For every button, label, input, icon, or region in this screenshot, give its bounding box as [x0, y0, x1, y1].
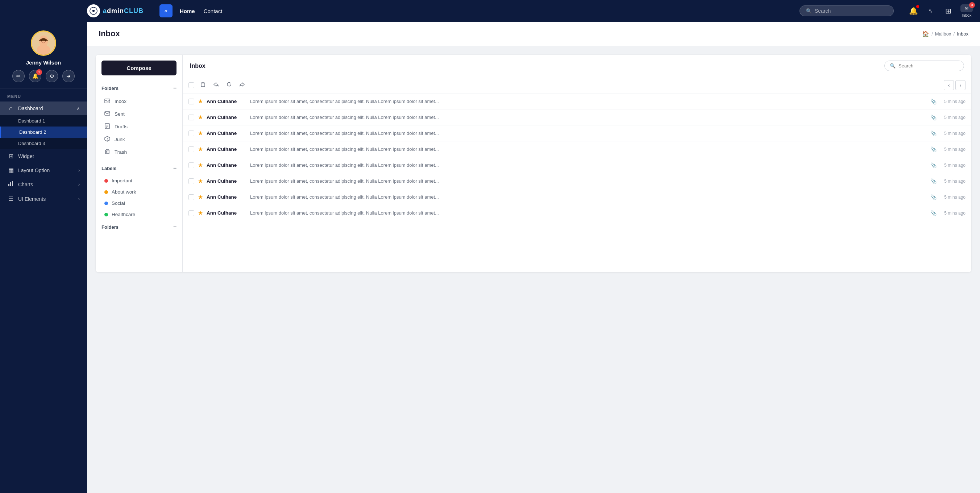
sidebar-item-dashboard2[interactable]: Dashboard 2: [0, 127, 87, 138]
star-icon[interactable]: ★: [198, 130, 203, 137]
layout-icon: ▦: [7, 167, 14, 173]
folder-junk[interactable]: Junk: [96, 133, 182, 146]
mail-preview: Lorem ipsum dolor sit amet, consectetur …: [250, 210, 927, 216]
mail-checkbox[interactable]: [188, 115, 194, 120]
label-social[interactable]: Social: [96, 197, 182, 209]
mail-item[interactable]: ★ Ann Culhane Lorem ipsum dolor sit amet…: [183, 189, 971, 205]
global-search-input[interactable]: [815, 8, 888, 14]
sidebar-item-widget[interactable]: ⊞ Widget: [0, 149, 87, 163]
select-all-checkbox[interactable]: [188, 82, 194, 88]
mail-search-input[interactable]: [899, 63, 959, 68]
folders2-collapse-button[interactable]: −: [173, 224, 177, 230]
sidebar-item-dashboard3[interactable]: Dashboard 3: [0, 138, 87, 149]
sent-icon: [104, 111, 111, 118]
folder-drafts[interactable]: Drafts: [96, 120, 182, 133]
sidebar-item-layout[interactable]: ▦ Layout Option ›: [0, 163, 87, 177]
prev-page-button[interactable]: ‹: [944, 80, 954, 90]
mail-checkbox[interactable]: [188, 178, 194, 184]
profile-settings-button[interactable]: ⚙: [46, 70, 58, 82]
mail-checkbox[interactable]: [188, 130, 194, 136]
page-content: Compose Folders −: [87, 46, 980, 493]
mail-item[interactable]: ★ Ann Culhane Lorem ipsum dolor sit amet…: [183, 126, 971, 142]
nav-contact-link[interactable]: Contact: [204, 8, 223, 14]
mail-item[interactable]: ★ Ann Culhane Lorem ipsum dolor sit amet…: [183, 173, 971, 189]
attachment-icon: 📎: [930, 146, 937, 152]
folders-collapse-button[interactable]: −: [173, 85, 177, 91]
inbox-badge[interactable]: ✉ 3: [961, 4, 973, 12]
grid-button[interactable]: ⊞: [942, 4, 955, 17]
mail-item[interactable]: ★ Ann Culhane Lorem ipsum dolor sit amet…: [183, 94, 971, 110]
mail-pagination: ‹ ›: [944, 80, 966, 90]
mail-preview: Lorem ipsum dolor sit amet, consectetur …: [250, 178, 927, 184]
delete-toolbar-button[interactable]: [199, 80, 207, 90]
mail-checkbox[interactable]: [188, 99, 194, 104]
main-content: Inbox 🏠 / Mailbox / Inbox Compose Folder…: [87, 22, 980, 493]
star-icon[interactable]: ★: [198, 178, 203, 184]
brand-logo: adminCLUB: [87, 4, 152, 17]
label-about-work[interactable]: About work: [96, 186, 182, 197]
svg-point-2: [39, 35, 48, 46]
compose-button[interactable]: Compose: [102, 60, 177, 75]
label-important[interactable]: Important: [96, 175, 182, 186]
label-healthcare[interactable]: Healthcare: [96, 209, 182, 220]
mail-checkbox[interactable]: [188, 162, 194, 168]
reply-toolbar-button[interactable]: [212, 80, 220, 90]
notification-button[interactable]: 🔔: [907, 4, 920, 17]
mail-item[interactable]: ★ Ann Culhane Lorem ipsum dolor sit amet…: [183, 205, 971, 221]
mail-checkbox[interactable]: [188, 194, 194, 200]
attachment-icon: 📎: [930, 178, 937, 184]
next-page-button[interactable]: ›: [955, 80, 966, 90]
labels-header: Labels −: [96, 161, 182, 175]
star-icon[interactable]: ★: [198, 194, 203, 200]
about-work-dot: [104, 190, 108, 194]
star-icon[interactable]: ★: [198, 114, 203, 121]
forward-toolbar-button[interactable]: [238, 80, 247, 90]
nav-home-link[interactable]: Home: [180, 8, 195, 14]
sidebar-item-ui-elements[interactable]: ☰ UI Elements ›: [0, 192, 87, 206]
star-icon[interactable]: ★: [198, 162, 203, 169]
collapse-button[interactable]: ⤡: [924, 4, 937, 17]
sidebar-item-dashboard1[interactable]: Dashboard 1: [0, 115, 87, 127]
menu-label: MENU: [0, 89, 87, 102]
toggle-sidebar-button[interactable]: «: [159, 4, 172, 17]
breadcrumb-mailbox[interactable]: Mailbox: [935, 31, 951, 37]
star-icon[interactable]: ★: [198, 98, 203, 105]
edit-profile-button[interactable]: ✏: [12, 70, 25, 82]
breadcrumb-home-icon[interactable]: 🏠: [922, 30, 929, 37]
inbox-count: 3: [969, 2, 975, 8]
mail-item[interactable]: ★ Ann Culhane Lorem ipsum dolor sit amet…: [183, 142, 971, 157]
svg-rect-8: [12, 181, 13, 186]
inbox-folder-label: Inbox: [115, 99, 126, 104]
sidebar-item-dashboard[interactable]: ⌂ Dashboard ∧: [0, 102, 87, 115]
mail-item[interactable]: ★ Ann Culhane Lorem ipsum dolor sit amet…: [183, 110, 971, 126]
folder-sent[interactable]: Sent: [96, 108, 182, 120]
notif-badge-small: 1: [36, 69, 42, 75]
mail-time: 5 mins ago: [940, 195, 966, 200]
refresh-toolbar-button[interactable]: [225, 80, 234, 90]
profile-notifications-button[interactable]: 🔔 1: [29, 70, 41, 82]
profile-name: Jenny Wilson: [26, 59, 61, 65]
sidebar-item-charts[interactable]: Charts ›: [0, 177, 87, 192]
star-icon[interactable]: ★: [198, 210, 203, 216]
mail-checkbox[interactable]: [188, 146, 194, 152]
junk-icon: [104, 136, 111, 143]
charts-icon: [7, 181, 14, 188]
dashboard-submenu: Dashboard 1 Dashboard 2 Dashboard 3: [0, 115, 87, 149]
mail-container: Compose Folders −: [96, 55, 971, 272]
svg-point-4: [41, 40, 42, 42]
mail-sender: Ann Culhane: [207, 99, 247, 104]
dashboard-label: Dashboard: [18, 105, 73, 111]
mail-time: 5 mins ago: [940, 147, 966, 152]
important-dot: [104, 179, 108, 183]
svg-point-3: [37, 45, 50, 55]
svg-rect-6: [8, 184, 10, 186]
folders-section-2: Folders −: [96, 220, 182, 237]
profile-logout-button[interactable]: ➜: [62, 70, 75, 82]
mail-item[interactable]: ★ Ann Culhane Lorem ipsum dolor sit amet…: [183, 157, 971, 173]
labels-collapse-button[interactable]: −: [173, 165, 177, 172]
star-icon[interactable]: ★: [198, 146, 203, 153]
folder-trash[interactable]: Trash: [96, 146, 182, 158]
mail-checkbox[interactable]: [188, 210, 194, 216]
reply-icon: [213, 82, 219, 89]
folder-inbox[interactable]: Inbox: [96, 95, 182, 108]
